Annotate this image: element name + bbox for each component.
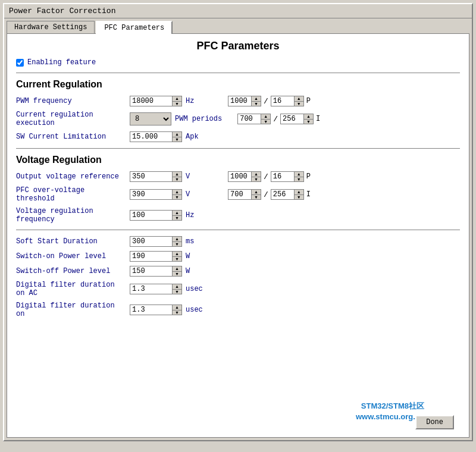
volt-p-input[interactable] [228,172,251,181]
pfc-overvoltage-spinbox[interactable]: ▲ ▼ [130,189,182,200]
current-reg-pi: ▲ ▼ / ▲ ▼ I [237,114,320,124]
output-voltage-ref-up[interactable]: ▲ [172,172,181,177]
pfc-i-down[interactable]: ▼ [294,195,303,200]
pwm-i-spinbox[interactable]: ▲ ▼ [271,96,304,106]
output-voltage-ref-input[interactable] [130,172,172,181]
pfc-pi-label: I [306,190,311,199]
volt-p-down[interactable]: ▼ [251,177,261,182]
sw-current-limit-row: SW Current Limitation ▲ ▼ Apk [16,131,460,142]
digital-filter-input[interactable] [130,305,172,315]
tab-hardware[interactable]: Hardware Settings [7,21,95,33]
sw-current-limit-input[interactable] [130,132,172,142]
pfc-p-up[interactable]: ▲ [251,190,261,195]
sw-current-limit-label: SW Current Limitation [16,133,126,141]
pwm-frequency-down[interactable]: ▼ [172,102,181,106]
output-voltage-pi: ▲ ▼ / ▲ ▼ P [228,171,311,182]
curi-spinbox[interactable]: ▲ ▼ [280,114,314,124]
volt-i-spinbox[interactable]: ▲ ▼ [271,171,304,182]
curp-input[interactable] [238,114,261,124]
voltage-reg-freq-down[interactable]: ▼ [172,216,181,221]
soft-start-input[interactable] [130,237,172,246]
pfc-overvoltage-down[interactable]: ▼ [172,195,181,200]
current-reg-exec-select[interactable]: 8 [130,112,171,125]
curi-up[interactable]: ▲ [303,114,313,120]
switch-off-power-row: Switch-off Power level ▲ ▼ W [16,266,460,277]
pwm-frequency-up[interactable]: ▲ [172,96,181,102]
curp-up[interactable]: ▲ [261,114,270,120]
switch-on-power-label: Switch-on Power level [16,252,126,260]
output-voltage-ref-spinbox[interactable]: ▲ ▼ [130,171,182,182]
voltage-reg-freq-unit: Hz [186,211,212,219]
switch-on-power-input[interactable] [130,252,172,261]
voltage-reg-freq-input[interactable] [130,211,172,220]
switch-on-power-unit: W [186,252,212,260]
tab-pfc-parameters[interactable]: PFC Parameters [96,21,173,34]
pwm-i-down[interactable]: ▼ [294,102,303,106]
watermark-line2: www.stmcu.org.cn [356,412,424,422]
digital-filter-up[interactable]: ▲ [172,305,181,310]
pwm-p-up[interactable]: ▲ [251,96,261,102]
digital-filter-ac-input[interactable] [130,284,172,294]
volt-p-spinbox[interactable]: ▲ ▼ [228,171,261,182]
pwm-frequency-row: PWM frequency ▲ ▼ Hz ▲ ▼ / [16,96,460,106]
enable-feature-checkbox[interactable] [16,59,24,67]
output-voltage-ref-down[interactable]: ▼ [172,177,181,182]
digital-filter-ac-row: Digital filter duration on AC ▲ ▼ usec [16,281,460,297]
pfc-p-input[interactable] [228,190,251,199]
curp-spinbox[interactable]: ▲ ▼ [237,114,271,124]
switch-off-power-input[interactable] [130,266,172,276]
pfc-p-spinbox[interactable]: ▲ ▼ [228,189,261,200]
sw-current-limit-down[interactable]: ▼ [172,137,181,142]
pfc-p-down[interactable]: ▼ [251,195,261,200]
slash-2: / [273,115,278,124]
pfc-overvoltage-input[interactable] [130,190,172,199]
pwm-frequency-label: PWM frequency [16,97,126,105]
switch-on-power-down[interactable]: ▼ [172,257,181,262]
pwm-p-spinbox[interactable]: ▲ ▼ [228,96,261,106]
curi-input[interactable] [281,114,303,124]
digital-filter-ac-up[interactable]: ▲ [172,284,181,290]
pwm-i-up[interactable]: ▲ [294,96,303,102]
curi-down[interactable]: ▼ [303,120,313,124]
digital-filter-down[interactable]: ▼ [172,310,181,315]
soft-start-down[interactable]: ▼ [172,242,181,247]
pwm-frequency-unit: Hz [186,97,212,105]
digital-filter-ac-spinbox[interactable]: ▲ ▼ [130,284,182,294]
switch-off-power-spinbox[interactable]: ▲ ▼ [130,266,182,277]
soft-start-up[interactable]: ▲ [172,237,181,242]
window-title: Power Factor Correction [4,4,472,18]
voltage-reg-freq-up[interactable]: ▲ [172,211,181,216]
volt-i-input[interactable] [271,172,294,181]
pfc-i-input[interactable] [271,190,294,199]
pfc-overvoltage-pi: ▲ ▼ / ▲ ▼ I [228,189,311,200]
pfc-overvoltage-up[interactable]: ▲ [172,190,181,195]
digital-filter-unit: usec [186,306,212,314]
pfc-i-up[interactable]: ▲ [294,190,303,195]
volt-i-down[interactable]: ▼ [294,177,303,182]
switch-off-power-down[interactable]: ▼ [172,272,181,277]
pfc-i-spinbox[interactable]: ▲ ▼ [271,189,304,200]
volt-i-up[interactable]: ▲ [294,172,303,177]
digital-filter-spinbox[interactable]: ▲ ▼ [130,305,182,315]
slash-3: / [264,172,268,181]
digital-filter-label: Digital filter duration on [16,302,126,318]
switch-on-power-spinbox[interactable]: ▲ ▼ [130,251,182,262]
curp-down[interactable]: ▼ [261,120,270,124]
voltage-reg-freq-spinbox[interactable]: ▲ ▼ [130,210,182,221]
digital-filter-ac-label: Digital filter duration on AC [16,281,126,297]
sw-current-limit-spinbox[interactable]: ▲ ▼ [130,131,182,142]
switch-off-power-up[interactable]: ▲ [172,266,181,272]
pwm-frequency-input[interactable] [130,96,172,106]
volt-p-up[interactable]: ▲ [251,172,261,177]
switch-on-power-up[interactable]: ▲ [172,252,181,257]
done-button[interactable]: Done [415,415,454,429]
tab-bar: Hardware Settings PFC Parameters [4,18,472,33]
pwm-frequency-spinbox[interactable]: ▲ ▼ [130,96,182,106]
pwm-p-input[interactable] [228,96,251,106]
pwm-p-down[interactable]: ▼ [251,102,261,106]
soft-start-spinbox[interactable]: ▲ ▼ [130,236,182,247]
sw-current-limit-unit: Apk [186,133,212,141]
pwm-i-input[interactable] [271,96,294,106]
sw-current-limit-up[interactable]: ▲ [172,132,181,137]
digital-filter-ac-down[interactable]: ▼ [172,290,181,294]
